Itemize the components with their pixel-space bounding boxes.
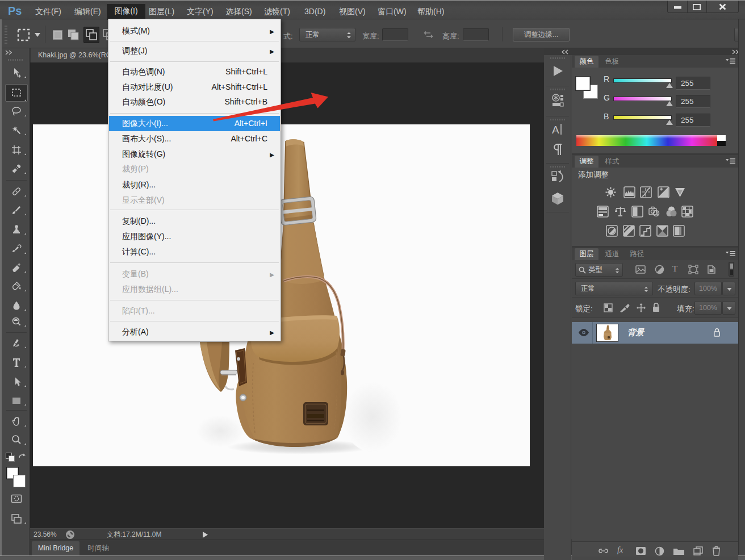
svg-text:A: A bbox=[552, 124, 559, 136]
